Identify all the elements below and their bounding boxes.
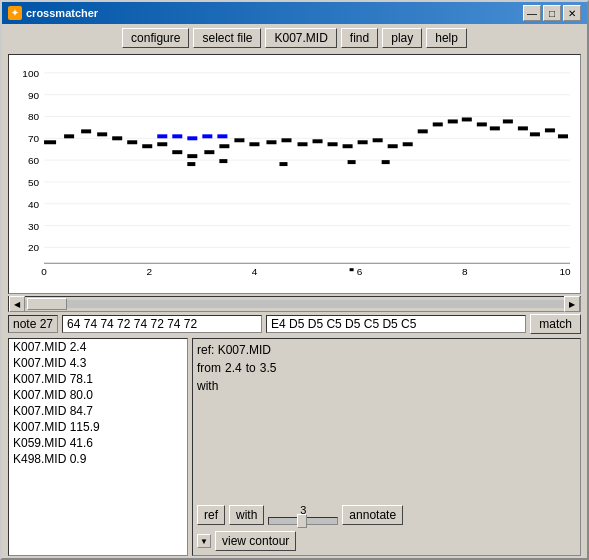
slider-track[interactable] — [268, 517, 338, 525]
ref-button[interactable]: ref — [197, 505, 225, 525]
note-pitch: E4 D5 D5 C5 D5 C5 D5 C5 — [266, 315, 526, 333]
svg-text:90: 90 — [28, 90, 40, 101]
svg-text:40: 40 — [28, 199, 40, 210]
svg-rect-43 — [313, 139, 323, 143]
dropdown-arrow-icon[interactable]: ▼ — [197, 534, 211, 548]
current-file-button[interactable]: K007.MID — [265, 28, 336, 48]
svg-rect-46 — [358, 140, 368, 144]
svg-rect-51 — [433, 122, 443, 126]
svg-rect-42 — [298, 142, 308, 146]
svg-rect-37 — [219, 144, 229, 148]
svg-rect-63 — [187, 136, 197, 140]
maximize-button[interactable]: □ — [543, 5, 561, 21]
svg-text:20: 20 — [28, 242, 40, 253]
svg-rect-35 — [187, 154, 197, 158]
svg-rect-31 — [127, 140, 137, 144]
svg-rect-39 — [249, 142, 259, 146]
list-item[interactable]: K007.MID 78.1 — [9, 371, 187, 387]
svg-rect-64 — [202, 134, 212, 138]
main-window: ✦ crossmatcher — □ ✕ configure select fi… — [0, 0, 589, 560]
view-contour-button[interactable]: view contour — [215, 531, 296, 551]
svg-rect-54 — [477, 122, 487, 126]
svg-rect-34 — [172, 150, 182, 154]
svg-text:30: 30 — [28, 221, 40, 232]
slider-container: 3 — [268, 504, 338, 525]
list-item[interactable]: K007.MID 115.9 — [9, 419, 187, 435]
title-bar: ✦ crossmatcher — □ ✕ — [2, 2, 587, 24]
window-controls: — □ ✕ — [523, 5, 581, 21]
note-bar: note 27 64 74 74 72 74 72 74 72 E4 D5 D5… — [8, 314, 581, 334]
svg-rect-68 — [279, 162, 287, 166]
with-button[interactable]: with — [229, 505, 264, 525]
ref-label: ref: K007.MID — [197, 343, 271, 357]
svg-rect-65 — [217, 134, 227, 138]
svg-rect-71 — [350, 268, 354, 271]
horizontal-scrollbar[interactable]: ◀ ▶ — [8, 296, 581, 312]
svg-text:2: 2 — [146, 266, 152, 277]
list-item[interactable]: K007.MID 84.7 — [9, 403, 187, 419]
svg-rect-61 — [157, 134, 167, 138]
svg-text:8: 8 — [462, 266, 468, 277]
annotate-button[interactable]: annotate — [342, 505, 403, 525]
svg-text:70: 70 — [28, 133, 40, 144]
title-bar-left: ✦ crossmatcher — [8, 6, 98, 20]
svg-text:10: 10 — [559, 266, 571, 277]
svg-rect-58 — [530, 132, 540, 136]
svg-rect-49 — [403, 142, 413, 146]
from-to-row: from 2.4 to 3.5 — [197, 361, 576, 375]
svg-rect-29 — [97, 132, 107, 136]
scrollbar-track[interactable] — [25, 300, 564, 308]
svg-rect-33 — [157, 142, 167, 146]
toolbar: configure select file K007.MID find play… — [2, 24, 587, 52]
list-item[interactable]: K498.MID 0.9 — [9, 451, 187, 467]
svg-rect-53 — [462, 117, 472, 121]
configure-button[interactable]: configure — [122, 28, 189, 48]
svg-rect-45 — [343, 144, 353, 148]
from-label: from — [197, 361, 221, 375]
svg-rect-47 — [373, 138, 383, 142]
svg-text:50: 50 — [28, 177, 40, 188]
svg-rect-60 — [558, 134, 568, 138]
svg-rect-26 — [44, 140, 56, 144]
with-row: with — [197, 379, 576, 393]
svg-rect-62 — [172, 134, 182, 138]
results-list[interactable]: K007.MID 2.4 K007.MID 4.3 K007.MID 78.1 … — [8, 338, 188, 556]
svg-rect-67 — [219, 159, 227, 163]
svg-text:100: 100 — [22, 68, 39, 79]
svg-rect-55 — [490, 126, 500, 130]
close-button[interactable]: ✕ — [563, 5, 581, 21]
select-file-button[interactable]: select file — [193, 28, 261, 48]
svg-text:80: 80 — [28, 111, 40, 122]
svg-rect-48 — [388, 144, 398, 148]
svg-rect-30 — [112, 136, 122, 140]
svg-rect-70 — [382, 160, 390, 164]
help-button[interactable]: help — [426, 28, 467, 48]
controls-row: ref with 3 annotate — [197, 504, 576, 525]
svg-text:0: 0 — [41, 266, 47, 277]
svg-rect-59 — [545, 128, 555, 132]
match-button[interactable]: match — [530, 314, 581, 334]
scroll-right-button[interactable]: ▶ — [564, 296, 580, 312]
svg-text:60: 60 — [28, 155, 40, 166]
bottom-area: K007.MID 2.4 K007.MID 4.3 K007.MID 78.1 … — [8, 338, 581, 556]
info-panel: ref: K007.MID from 2.4 to 3.5 with ref w… — [192, 338, 581, 556]
play-button[interactable]: play — [382, 28, 422, 48]
svg-rect-44 — [328, 142, 338, 146]
list-item[interactable]: K007.MID 80.0 — [9, 387, 187, 403]
svg-rect-69 — [348, 160, 356, 164]
svg-rect-41 — [281, 138, 291, 142]
minimize-button[interactable]: — — [523, 5, 541, 21]
find-button[interactable]: find — [341, 28, 378, 48]
svg-text:6: 6 — [357, 266, 363, 277]
list-item[interactable]: K007.MID 2.4 — [9, 339, 187, 355]
from-value: 2.4 — [225, 361, 242, 375]
chart-svg: 100 90 80 70 60 50 40 30 20 0 2 4 — [9, 55, 580, 293]
slider-thumb[interactable] — [297, 514, 307, 528]
svg-rect-40 — [266, 140, 276, 144]
scroll-left-button[interactable]: ◀ — [9, 296, 25, 312]
svg-rect-0 — [9, 55, 580, 293]
list-item[interactable]: K059.MID 41.6 — [9, 435, 187, 451]
svg-rect-38 — [234, 138, 244, 142]
list-item[interactable]: K007.MID 4.3 — [9, 355, 187, 371]
scrollbar-thumb[interactable] — [27, 298, 67, 310]
